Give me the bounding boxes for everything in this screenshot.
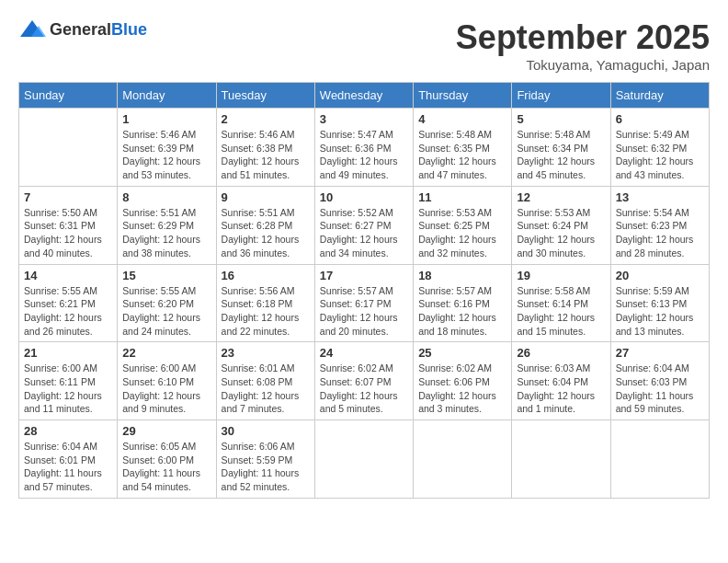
calendar-cell-1-3: 2Sunrise: 5:46 AMSunset: 6:38 PMDaylight…: [216, 109, 314, 187]
day-number: 27: [616, 346, 704, 360]
day-info-line-2: Daylight: 12 hours: [418, 234, 496, 245]
calendar-cell-3-7: 20Sunrise: 5:59 AMSunset: 6:13 PMDayligh…: [610, 264, 709, 342]
day-info-line-2: Daylight: 12 hours: [517, 390, 595, 401]
day-info-line-3: and 3 minutes.: [418, 403, 482, 414]
calendar-table: SundayMondayTuesdayWednesdayThursdayFrid…: [18, 82, 710, 499]
day-info: Sunrise: 6:01 AMSunset: 6:08 PMDaylight:…: [222, 362, 310, 416]
calendar-cell-2-7: 13Sunrise: 5:54 AMSunset: 6:23 PMDayligh…: [610, 186, 709, 264]
day-info-line-1: Sunset: 6:24 PM: [517, 220, 588, 231]
day-info: Sunrise: 5:56 AMSunset: 6:18 PMDaylight:…: [222, 284, 310, 339]
day-number: 7: [24, 190, 112, 204]
day-info-line-0: Sunrise: 6:00 AM: [24, 362, 97, 373]
day-info: Sunrise: 6:02 AMSunset: 6:07 PMDaylight:…: [320, 362, 408, 416]
day-info-line-1: Sunset: 6:35 PM: [418, 143, 490, 154]
day-number: 15: [122, 269, 210, 282]
day-info-line-0: Sunrise: 5:50 AM: [24, 207, 97, 218]
day-info-line-2: Daylight: 11 hours: [24, 467, 102, 478]
day-info-line-3: and 34 minutes.: [320, 247, 389, 259]
day-info: Sunrise: 5:52 AMSunset: 6:27 PMDaylight:…: [320, 206, 408, 260]
calendar-cell-5-3: 30Sunrise: 6:06 AMSunset: 5:59 PMDayligh…: [216, 420, 314, 499]
day-info-line-0: Sunrise: 5:46 AM: [122, 129, 196, 140]
day-info: Sunrise: 6:06 AMSunset: 5:59 PMDaylight:…: [222, 440, 310, 494]
day-number: 26: [517, 346, 605, 360]
day-info-line-0: Sunrise: 5:48 AM: [517, 129, 590, 140]
day-info: Sunrise: 5:49 AMSunset: 6:32 PMDaylight:…: [616, 128, 704, 182]
day-number: 30: [222, 424, 310, 438]
day-info-line-3: and 24 minutes.: [122, 326, 191, 337]
day-info-line-1: Sunset: 6:03 PM: [616, 376, 688, 387]
day-info-line-2: Daylight: 12 hours: [517, 312, 595, 323]
calendar-cell-2-1: 7Sunrise: 5:50 AMSunset: 6:31 PMDaylight…: [19, 186, 118, 264]
day-number: 3: [320, 112, 408, 126]
day-info-line-2: Daylight: 12 hours: [122, 155, 200, 167]
day-number: 14: [24, 269, 112, 282]
location-title: Tokuyama, Yamaguchi, Japan: [456, 57, 710, 73]
weekday-header-saturday: Saturday: [610, 83, 709, 109]
day-info: Sunrise: 5:57 AMSunset: 6:17 PMDaylight:…: [320, 284, 408, 339]
day-info-line-2: Daylight: 12 hours: [222, 312, 300, 323]
day-info-line-3: and 28 minutes.: [616, 247, 685, 259]
day-info: Sunrise: 5:51 AMSunset: 6:29 PMDaylight:…: [122, 206, 210, 260]
day-info: Sunrise: 5:50 AMSunset: 6:31 PMDaylight:…: [24, 206, 112, 260]
day-info-line-3: and 30 minutes.: [517, 247, 586, 259]
day-info-line-0: Sunrise: 6:03 AM: [517, 362, 590, 373]
calendar-week-row-5: 28Sunrise: 6:04 AMSunset: 6:01 PMDayligh…: [19, 420, 710, 499]
calendar-cell-3-2: 15Sunrise: 5:55 AMSunset: 6:20 PMDayligh…: [118, 264, 216, 342]
day-info-line-2: Daylight: 12 hours: [320, 312, 398, 323]
day-info: Sunrise: 6:04 AMSunset: 6:01 PMDaylight:…: [24, 440, 112, 494]
day-info-line-2: Daylight: 12 hours: [24, 234, 102, 245]
calendar-cell-2-5: 11Sunrise: 5:53 AMSunset: 6:25 PMDayligh…: [414, 186, 512, 264]
day-info-line-0: Sunrise: 5:48 AM: [418, 129, 492, 140]
calendar-cell-1-4: 3Sunrise: 5:47 AMSunset: 6:36 PMDaylight…: [314, 109, 413, 187]
day-number: 6: [616, 112, 704, 126]
day-number: 11: [418, 190, 506, 204]
day-info-line-1: Sunset: 6:20 PM: [122, 298, 194, 309]
day-info-line-1: Sunset: 6:13 PM: [616, 298, 688, 309]
day-info: Sunrise: 6:00 AMSunset: 6:10 PMDaylight:…: [122, 362, 210, 416]
calendar-cell-3-3: 16Sunrise: 5:56 AMSunset: 6:18 PMDayligh…: [216, 264, 314, 342]
day-info-line-3: and 15 minutes.: [517, 326, 586, 337]
day-info-line-1: Sunset: 6:31 PM: [24, 220, 96, 231]
weekday-header-wednesday: Wednesday: [314, 83, 413, 109]
day-info-line-3: and 47 minutes.: [418, 169, 487, 180]
calendar-week-row-1: 1Sunrise: 5:46 AMSunset: 6:39 PMDaylight…: [19, 109, 710, 187]
day-info-line-0: Sunrise: 5:59 AM: [616, 285, 689, 296]
calendar-cell-5-2: 29Sunrise: 6:05 AMSunset: 6:00 PMDayligh…: [118, 420, 216, 499]
day-info-line-0: Sunrise: 5:49 AM: [616, 129, 689, 140]
day-info-line-0: Sunrise: 5:52 AM: [320, 207, 393, 218]
day-number: 21: [24, 346, 112, 360]
calendar-cell-4-7: 27Sunrise: 6:04 AMSunset: 6:03 PMDayligh…: [610, 342, 709, 420]
day-info-line-3: and 57 minutes.: [24, 481, 93, 492]
day-info-line-3: and 18 minutes.: [418, 326, 487, 337]
calendar-cell-4-2: 22Sunrise: 6:00 AMSunset: 6:10 PMDayligh…: [118, 342, 216, 420]
day-number: 25: [418, 346, 506, 360]
weekday-header-tuesday: Tuesday: [216, 83, 314, 109]
day-info-line-2: Daylight: 12 hours: [122, 312, 200, 323]
day-info-line-1: Sunset: 6:17 PM: [320, 298, 392, 309]
day-info-line-3: and 26 minutes.: [24, 326, 93, 337]
calendar-cell-5-4: [314, 420, 413, 499]
day-info-line-0: Sunrise: 5:51 AM: [222, 207, 295, 218]
day-info-line-0: Sunrise: 6:00 AM: [122, 362, 196, 373]
day-info-line-3: and 40 minutes.: [24, 247, 93, 259]
calendar-cell-3-5: 18Sunrise: 5:57 AMSunset: 6:16 PMDayligh…: [414, 264, 512, 342]
day-info-line-3: and 45 minutes.: [517, 169, 586, 180]
day-info-line-0: Sunrise: 5:55 AM: [122, 285, 196, 296]
day-info-line-2: Daylight: 11 hours: [616, 390, 694, 401]
day-info-line-1: Sunset: 6:14 PM: [517, 298, 588, 309]
header: GeneralBlue September 2025 Tokuyama, Yam…: [18, 18, 710, 73]
day-info: Sunrise: 6:05 AMSunset: 6:00 PMDaylight:…: [122, 440, 210, 494]
day-info-line-3: and 13 minutes.: [616, 326, 685, 337]
day-info: Sunrise: 5:55 AMSunset: 6:20 PMDaylight:…: [122, 284, 210, 339]
day-info-line-2: Daylight: 12 hours: [418, 390, 496, 401]
day-info-line-1: Sunset: 6:25 PM: [418, 220, 490, 231]
day-number: 16: [222, 269, 310, 282]
calendar-cell-4-4: 24Sunrise: 6:02 AMSunset: 6:07 PMDayligh…: [314, 342, 413, 420]
day-info-line-3: and 43 minutes.: [616, 169, 685, 180]
day-info-line-2: Daylight: 12 hours: [517, 155, 595, 167]
calendar-cell-2-4: 10Sunrise: 5:52 AMSunset: 6:27 PMDayligh…: [314, 186, 413, 264]
calendar-week-row-2: 7Sunrise: 5:50 AMSunset: 6:31 PMDaylight…: [19, 186, 710, 264]
calendar-cell-1-7: 6Sunrise: 5:49 AMSunset: 6:32 PMDaylight…: [610, 109, 709, 187]
day-info-line-0: Sunrise: 6:05 AM: [122, 441, 196, 452]
calendar-cell-3-4: 17Sunrise: 5:57 AMSunset: 6:17 PMDayligh…: [314, 264, 413, 342]
